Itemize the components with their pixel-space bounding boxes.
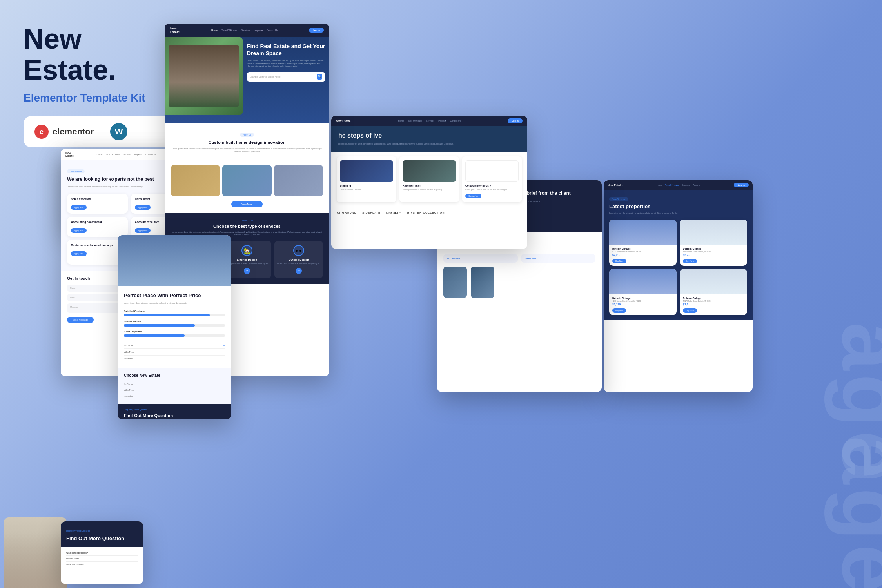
job-apply-3[interactable]: Apply Now [71,228,87,233]
person-photo-overlay [4,533,67,588]
job-card-3: Accounting coordinator Apply Now [67,217,128,237]
props-tag: Type Of House [609,197,628,201]
hero-text: Find Real Estate and Get Your Dream Spac… [247,43,325,82]
faq-section: Frequently Asked Question Find Out More … [118,404,231,419]
bar-fill-1 [124,314,210,316]
cnav-type[interactable]: Type Of House [408,120,422,122]
jnav-pages[interactable]: Pages ▾ [134,153,142,156]
lists-feature-1: No Discount [443,254,518,263]
hero-house-img [169,45,239,107]
pricing-item-1: No Discount — [124,342,225,349]
hero-search-bar[interactable]: Example: California Modern House 🔍 [247,72,325,82]
pricing-hero [118,235,231,286]
job-card-1: Sales associate Apply Now [67,194,128,214]
faq-window-content: Frequently Asked Question Find Out More … [61,521,143,547]
property-card-4: Detroin Cotage 4217 Morbe Street Detroit… [680,269,747,315]
company-nav-login[interactable]: Log In [508,118,523,123]
job-apply-1[interactable]: Apply Now [71,205,87,210]
property-img-card-3 [609,269,677,294]
pnav-home[interactable]: Home [657,184,662,186]
jnav-home[interactable]: Home [97,153,103,156]
elementor-label: elementor [53,127,94,137]
nav-contact[interactable]: Contact Us [267,29,278,32]
company-window: New Estate. Home Type Of House Services … [331,116,527,249]
nav-type-of-house[interactable]: Type Of House [221,29,237,32]
about-desc: Lorem ipsum dolor sit amet, consectetur … [171,147,323,153]
pricing-item-3: Inspection — [124,356,225,362]
property-name-1: Detroin Cotage [612,247,673,250]
company-nav: New Estate. Home Type Of House Services … [331,116,527,126]
buy-btn-1[interactable]: Buy Now [612,259,626,263]
property-body-2: Detroin Cotage 4217 Morbe Street Detroit… [680,245,747,266]
view-more-btn[interactable]: View More [231,201,263,207]
service-arrow-2[interactable]: → [244,268,250,274]
step-desc-1: Lorem ipsum dolor sit amet [340,189,393,191]
step-card-3: Colaborate With Us ? Lorem ipsum dolor s… [462,156,522,202]
team-persons [443,267,595,298]
props-nav: New Estate. Home Type Of House Services … [604,180,753,190]
pnav-services[interactable]: Services [682,184,690,186]
property-img-card-1 [609,220,677,245]
pnav-pages[interactable]: Pages ▾ [693,184,700,186]
property-card-2: Detroin Cotage 4217 Morbe Street Detroit… [680,220,747,266]
cnav-services[interactable]: Services [426,120,434,122]
property-name-2: Detroin Cotage [683,247,744,250]
partners-row: AT GROUND SIDEPLAIN Click Site → HIPSTER… [331,207,527,218]
step-img-1 [340,160,393,182]
property-address-3: 4217 Morbe Street Detroit, MI 48226 [612,300,673,302]
nav-services[interactable]: Services [241,29,250,32]
jnav-type[interactable]: Type Of House [105,153,120,156]
buy-btn-2[interactable]: Buy Now [683,259,697,263]
jnav-services[interactable]: Services [123,153,131,156]
property-price-2: $2,2... [683,254,744,256]
main-nav: NewEstate. Home Type Of House Services P… [165,24,329,37]
step-img-2 [403,160,456,182]
nav-home[interactable]: Home [211,29,218,32]
job-apply-5[interactable]: Apply Now [71,251,87,256]
cnav-pages[interactable]: Pages ▾ [438,120,446,122]
jnav-contact[interactable]: Contact Us [145,153,156,156]
service-text-2: Lorem ipsum dolor sit amet, consectetur … [225,263,269,265]
service-arrow-3[interactable]: → [296,268,302,274]
cnav-contact[interactable]: Contact Us [450,120,461,122]
jobs-nav-logo: NewEstate. [65,152,74,157]
choose-item-1: No Discount [124,381,225,387]
job-apply-4[interactable]: Apply Now [135,228,151,233]
service-icon-3: 🏘 [293,245,304,256]
brand-title: New Estate. [24,24,172,85]
buy-btn-3[interactable]: Buy Now [612,308,626,313]
faq-window: Frequently Asked Question Find Out More … [61,521,143,584]
send-message-btn[interactable]: Send Message [67,317,94,323]
bar-track-2 [124,324,225,327]
hero-title: Find Real Estate and Get Your Dream Spac… [247,43,325,57]
properties-window: New Estate. Home Type Of House Services … [604,180,753,392]
choose-title: Choose New Estate [124,373,225,377]
cnav-home[interactable]: Home [398,120,404,122]
property-name-4: Detroin Cotage [683,297,744,299]
job-title-3: Accounting coordinator [71,221,124,223]
step-cards: Storming Lorem ipsum dolor sit amet Rese… [331,152,527,207]
nav-login-btn[interactable]: Log In [309,28,324,33]
pnav-type[interactable]: Type Of House [665,184,679,186]
pricing-list: No Discount — Utility Fees — Inspection … [124,342,225,362]
step-btn-3[interactable]: Contact Us [465,194,481,198]
property-img-2 [222,165,271,196]
property-price-3: $2,299 [612,303,673,306]
pricing-item-label-2: Utility Fees [124,351,134,353]
service-card-3: 🏘 Outside Design Lorem ipsum dolor sit a… [274,241,323,278]
job-apply-2[interactable]: Apply Now [135,205,151,210]
logo-divider [102,124,102,140]
partner-3[interactable]: Click Site → [386,211,401,214]
property-address-4: 4217 Morbe Street Detroit, MI 48226 [683,300,744,302]
buy-btn-4[interactable]: Buy Now [683,308,697,313]
props-nav-login[interactable]: Log In [734,183,749,187]
property-img-card-2 [680,220,747,245]
search-icon[interactable]: 🔍 [317,74,322,80]
wordpress-icon: W [110,123,127,140]
nav-pages[interactable]: Pages ▾ [254,29,263,32]
company-nav-links: Home Type Of House Services Pages ▾ Cont… [354,120,505,122]
property-body-3: Detroin Cotage 4217 Morbe Street Detroit… [609,294,677,315]
stat-label-1: Satisfied Customer [124,310,225,312]
stat-bar-2: Custom Orders [124,320,225,327]
company-hero: he steps of ive Lorem ipsum dolor sit am… [331,126,527,152]
